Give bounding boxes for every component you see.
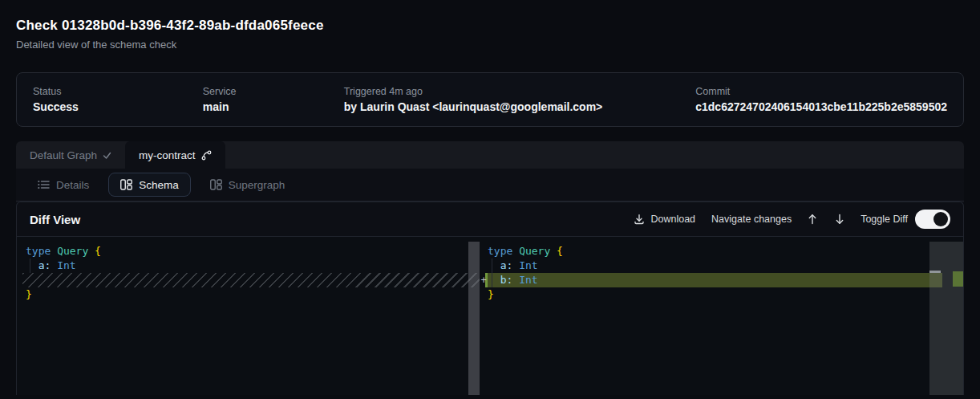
tab-my-contract-label: my-contract [139, 149, 196, 161]
tab-supergraph[interactable]: Supergraph [198, 173, 298, 197]
page-title: Check 01328b0d-b396-43f2-89ab-dfda065fee… [16, 18, 964, 34]
diff-view-title: Diff View [30, 213, 80, 226]
list-icon [38, 180, 50, 189]
meta-commit: Commit c1dc62724702406154013cbe11b225b2e… [695, 73, 947, 126]
meta-status: Status Success [33, 73, 203, 126]
diff-panel: Diff View Download Navigate changes [16, 202, 964, 395]
service-value: main [203, 100, 344, 113]
columns-icon [120, 179, 132, 190]
tab-default-graph[interactable]: Default Graph [16, 141, 125, 169]
tab-my-contract[interactable]: my-contract [125, 141, 225, 169]
service-label: Service [203, 86, 344, 97]
check-detail-section: Details Schema [16, 169, 964, 395]
arrow-down-icon [835, 214, 844, 225]
download-icon [634, 214, 645, 225]
contract-graph-icon [201, 150, 212, 161]
download-button[interactable]: Download [632, 212, 697, 226]
meta-service: Service main [203, 73, 344, 126]
toggle-diff-group: Toggle Diff [861, 210, 950, 229]
diff-editor[interactable]: type Query { a: Int} type Query { a: Int… [17, 237, 963, 395]
status-label: Status [33, 86, 203, 97]
diff-toolbar: Download Navigate changes [632, 210, 950, 229]
next-change-button[interactable] [833, 212, 846, 226]
graph-tabstrip: Default Graph my-contract [16, 141, 964, 169]
check-meta-card: Status Success Service main Triggered 4m… [16, 72, 964, 127]
previous-change-button[interactable] [806, 212, 819, 226]
right-editor-scrollbar[interactable] [929, 242, 963, 395]
view-tabs: Details Schema [16, 169, 964, 202]
navigate-changes-label: Navigate changes [711, 214, 792, 225]
scrollbar-change-tick [929, 271, 941, 273]
tab-supergraph-label: Supergraph [229, 179, 285, 191]
overview-ruler-added-marker [953, 271, 963, 287]
original-code[interactable]: type Query { a: Int} [26, 244, 101, 302]
tab-details[interactable]: Details [26, 173, 101, 197]
triggered-value: by Laurin Quast <laurinquast@googlemail.… [344, 100, 695, 113]
tab-schema[interactable]: Schema [108, 173, 191, 197]
page-subtitle: Detailed view of the schema check [16, 39, 964, 51]
page: Check 01328b0d-b396-43f2-89ab-dfda065fee… [0, 18, 980, 395]
tab-default-graph-label: Default Graph [30, 149, 97, 161]
tab-schema-label: Schema [139, 179, 179, 191]
diff-header: Diff View Download Navigate changes [17, 202, 963, 237]
download-label: Download [650, 214, 695, 225]
columns-icon [210, 179, 222, 190]
status-value: Success [33, 100, 203, 113]
triggered-label: Triggered 4m ago [344, 86, 695, 97]
tab-details-label: Details [56, 179, 89, 191]
toggle-diff-switch[interactable] [915, 210, 950, 229]
arrow-up-icon [808, 214, 817, 225]
left-editor-scrollbar[interactable] [468, 242, 480, 395]
commit-label: Commit [695, 86, 947, 97]
added-line-gutter-plus: + [479, 273, 488, 287]
toggle-diff-label: Toggle Diff [861, 214, 908, 225]
commit-value: c1dc62724702406154013cbe11b225b2e5859502 [695, 100, 947, 113]
meta-triggered: Triggered 4m ago by Laurin Quast <laurin… [344, 73, 695, 126]
modified-code[interactable]: type Query { a: Int b: Int} [488, 244, 563, 302]
check-icon [103, 151, 111, 160]
